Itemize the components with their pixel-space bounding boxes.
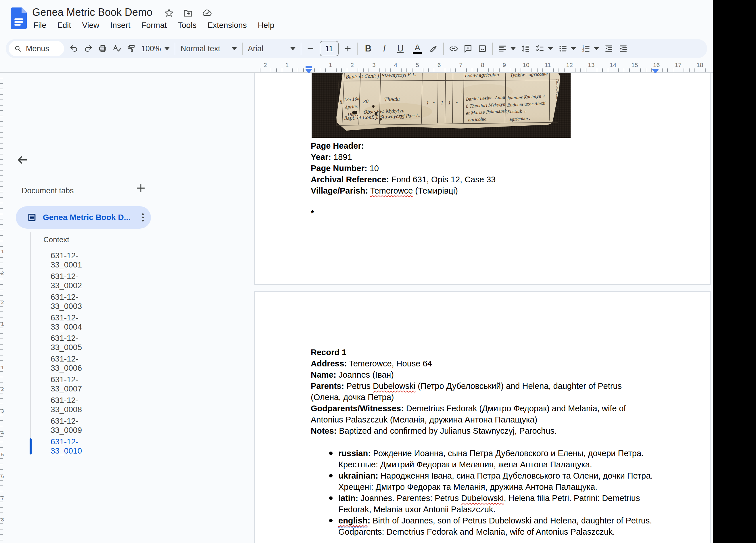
text-line[interactable]	[311, 196, 496, 208]
decrease-font-size-button[interactable]	[306, 45, 314, 53]
align-select[interactable]	[498, 44, 516, 53]
text-line[interactable]: Archival Reference: Fond 631, Opis 12, C…	[311, 174, 496, 185]
text-color-button[interactable]: A	[411, 43, 424, 54]
document-page-2[interactable]: Record 1Address: Temerowce, House 64Name…	[254, 291, 711, 543]
active-document-tab[interactable]: Genea Metric Book D...	[16, 206, 151, 229]
menu-help[interactable]: Help	[257, 20, 276, 30]
increase-font-size-button[interactable]	[344, 45, 352, 53]
ruler-tick	[608, 68, 608, 72]
tab-options-icon[interactable]	[142, 213, 144, 222]
numbered-list-select[interactable]: 123	[581, 44, 599, 53]
zoom-select[interactable]: 100%	[141, 44, 170, 53]
menu-insert[interactable]: Insert	[109, 20, 132, 30]
horizontal-ruler[interactable]: 21123456789101112131415161718	[0, 58, 713, 73]
text-line[interactable]: Godparents/Witnesses: Demetrius Fedorak …	[311, 403, 626, 414]
menu-extensions[interactable]: Extensions	[206, 20, 248, 30]
metric-book-scan-image[interactable]: Bapt: et Conf: J. Stawnyczyj P. L.Lesiw …	[312, 73, 571, 138]
sidebar-item-631-12-33_0001[interactable]: 631-12-33_0001	[51, 254, 82, 266]
text-line[interactable]: Village/Parish: Temerowce (Темирівці)	[311, 185, 496, 196]
svg-text:1: 1	[448, 100, 451, 106]
decrease-indent-button[interactable]	[604, 44, 613, 53]
insert-image-button[interactable]	[478, 44, 487, 53]
ruler-tick	[586, 68, 586, 72]
text-line[interactable]: english: Birth of Joannes, son of Petrus…	[338, 515, 653, 526]
highlight-color-button[interactable]	[429, 44, 438, 53]
google-docs-logo-icon[interactable]	[11, 7, 27, 29]
sidebar-item-631-12-33_0003[interactable]: 631-12-33_0003	[51, 296, 82, 308]
text-line[interactable]: Page Header:	[311, 140, 496, 151]
translation-bullet-list[interactable]: russian: Рождение Иоанна, сына Петра Дуб…	[311, 448, 653, 538]
sidebar-item-631-12-33_0008[interactable]: 631-12-33_0008	[51, 399, 82, 411]
context-item[interactable]: Context	[43, 235, 69, 244]
menu-file[interactable]: File	[32, 20, 47, 30]
font-select[interactable]: Arial	[248, 44, 296, 53]
ruler-tick	[276, 68, 277, 72]
bullet-item[interactable]: latin: Joannes. Parentes: Petrus Dubelow…	[311, 493, 653, 515]
svg-text:Aprilis: Aprilis	[344, 104, 358, 110]
checklist-select[interactable]	[535, 44, 553, 53]
undo-button[interactable]	[69, 44, 78, 53]
sidebar-item-631-12-33_0005[interactable]: 631-12-33_0005	[51, 337, 82, 349]
svg-text:-: -	[433, 100, 435, 105]
bullet-item[interactable]: english: Birth of Joannes, son of Petrus…	[311, 515, 653, 538]
text-line[interactable]: (Олена, дочка Петра)	[311, 392, 626, 403]
insert-link-button[interactable]	[449, 44, 458, 53]
text-line[interactable]: Хрещені: Дмитро Федорак та Меланія, друж…	[338, 481, 653, 493]
move-to-folder-icon[interactable]	[183, 8, 193, 18]
text-line[interactable]: ukrainian: Народження Івана, сина Петра …	[338, 470, 653, 481]
search-menus-button[interactable]: Menus	[9, 41, 64, 56]
sidebar-item-631-12-33_0006[interactable]: 631-12-33_0006	[51, 358, 82, 369]
text-line[interactable]: Крестные: Дмитрий Федорак и Мелания, жен…	[338, 459, 653, 470]
bold-button[interactable]: B	[363, 43, 374, 54]
increase-indent-button[interactable]	[619, 44, 628, 53]
star-icon[interactable]	[164, 8, 174, 18]
text-line[interactable]: latin: Joannes. Parentes: Petrus Dubelow…	[338, 493, 653, 504]
sidebar-item-631-12-33_0009[interactable]: 631-12-33_0009	[51, 420, 82, 431]
text-line[interactable]: Record 1	[311, 347, 626, 358]
bullet-item[interactable]: russian: Рождение Иоанна, сына Петра Дуб…	[311, 448, 653, 470]
bullet-item[interactable]: ukrainian: Народження Івана, сина Петра …	[311, 470, 653, 493]
text-line[interactable]: Parents: Petrus Dubelowski (Петро Дубело…	[311, 381, 626, 392]
menu-tools[interactable]: Tools	[176, 20, 197, 30]
ruler-tick	[531, 68, 532, 72]
sidebar-item-631-12-33_0007[interactable]: 631-12-33_0007	[51, 379, 82, 390]
menu-view[interactable]: View	[81, 20, 100, 30]
sidebar-item-631-12-33_0004[interactable]: 631-12-33_0004	[51, 317, 82, 328]
text-line[interactable]: Name: Joannes (Іван)	[311, 369, 626, 381]
toolbar-divider	[357, 43, 358, 55]
text-line[interactable]: Notes: Baptized and confirmed by Julianu…	[311, 425, 626, 437]
document-title[interactable]: Genea Metric Book Demo	[32, 6, 153, 18]
record-1-text-block[interactable]: Record 1Address: Temerowce, House 64Name…	[311, 347, 626, 437]
menu-format[interactable]: Format	[140, 20, 168, 30]
bulleted-list-select[interactable]	[558, 44, 576, 53]
paint-format-button[interactable]	[127, 44, 136, 53]
sidebar-item-631-12-33_0010[interactable]: 631-12-33_0010	[51, 441, 82, 452]
text-line[interactable]: *	[311, 208, 496, 219]
add-tab-button[interactable]	[135, 182, 147, 194]
paragraph-style-select[interactable]: Normal text	[181, 44, 237, 53]
text-line[interactable]: Page Number: 10	[311, 163, 496, 174]
ruler-tick	[689, 68, 690, 72]
back-arrow-icon[interactable]	[16, 153, 29, 166]
font-size-input[interactable]: 11	[320, 41, 339, 56]
add-comment-button[interactable]	[463, 44, 473, 53]
ruler-tick	[347, 68, 347, 72]
text-line[interactable]: Antonius Palaszczuk (Меланія, дружина Ан…	[311, 414, 626, 425]
menu-edit[interactable]: Edit	[56, 20, 72, 30]
text-line[interactable]: Fedorak, Melania uxor Antonii Palaszczuk…	[338, 504, 653, 515]
text-line[interactable]: Godparents: Demetrius Fedorak and Melani…	[338, 526, 653, 538]
first-line-indent-marker[interactable]	[306, 66, 312, 68]
cloud-saved-icon[interactable]	[202, 8, 212, 18]
text-line[interactable]: Address: Temerowce, House 64	[311, 358, 626, 369]
sidebar-item-631-12-33_0002[interactable]: 631-12-33_0002	[51, 275, 82, 287]
italic-button[interactable]: I	[379, 43, 390, 54]
spellcheck-button[interactable]	[112, 44, 122, 53]
line-spacing-button[interactable]	[521, 44, 530, 53]
document-page-1[interactable]: Bapt: et Conf: J. Stawnyczyj P. L.Lesiw …	[254, 73, 711, 285]
text-line[interactable]: Year: 1891	[311, 151, 496, 163]
print-button[interactable]	[98, 44, 107, 53]
page-header-text-block[interactable]: Page Header:Year: 1891Page Number: 10Arc…	[311, 140, 496, 219]
redo-button[interactable]	[84, 44, 93, 53]
text-line[interactable]: russian: Рождение Иоанна, сына Петра Дуб…	[338, 448, 653, 459]
underline-button[interactable]: U	[395, 43, 406, 54]
